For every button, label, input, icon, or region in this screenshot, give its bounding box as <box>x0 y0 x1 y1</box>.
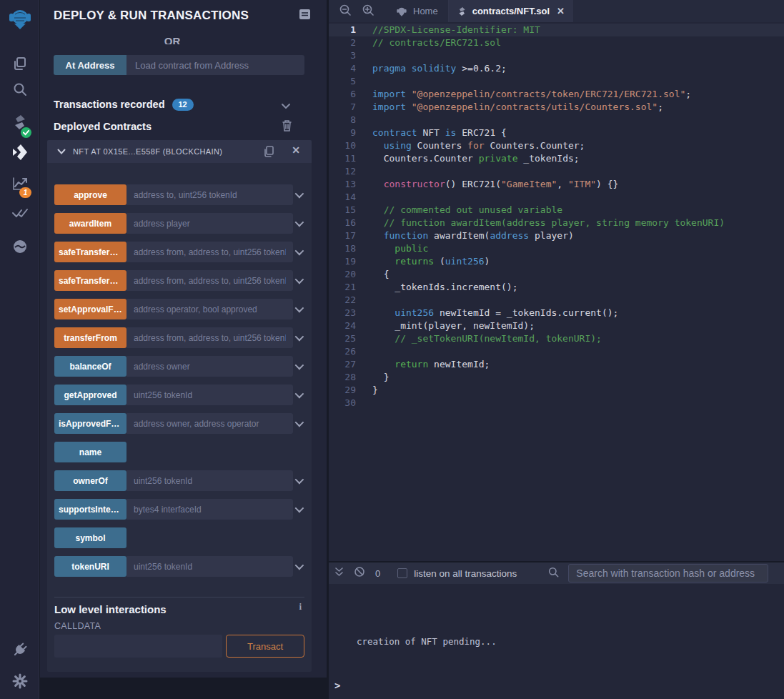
editor-tab-bar: Home contracts/NFT.sol ✕ <box>329 0 784 22</box>
line-number: 9 <box>329 127 364 139</box>
transact-button[interactable]: Transact <box>226 635 304 658</box>
function-button-balanceof[interactable]: balanceOf <box>54 356 126 377</box>
chevron-down-icon[interactable] <box>281 100 291 113</box>
close-tab-icon[interactable]: ✕ <box>557 6 565 16</box>
code-line: 22 <box>329 294 784 307</box>
line-number: 20 <box>329 268 364 281</box>
function-args-input[interactable] <box>126 299 293 319</box>
expand-chevron-icon[interactable] <box>295 504 304 513</box>
trash-icon[interactable] <box>282 119 292 134</box>
function-args-input[interactable] <box>126 327 293 348</box>
line-number: 8 <box>329 114 364 127</box>
expand-chevron-icon[interactable] <box>295 247 304 256</box>
function-button-isapprovedfor[interactable]: isApprovedFor... <box>54 413 126 434</box>
search-icon[interactable] <box>11 80 29 99</box>
expand-chevron-icon[interactable] <box>295 332 304 342</box>
icon-rail: 1 <box>0 0 39 699</box>
code-line: 9contract NFT is ERC721 { <box>329 127 784 139</box>
clear-console-icon[interactable] <box>354 566 365 580</box>
code-editor-content[interactable]: 1//SPDX-License-Identifier: MIT2// contr… <box>329 22 784 561</box>
function-button-awarditem[interactable]: awardItem <box>54 213 126 234</box>
code-line: 24 _mint(player, newItemId); <box>329 319 784 332</box>
remix-logo[interactable] <box>7 6 33 31</box>
expand-chevron-icon[interactable] <box>295 475 304 485</box>
calldata-input[interactable] <box>54 635 222 658</box>
code-line: 1//SPDX-License-Identifier: MIT <box>329 24 784 36</box>
function-row: supportsInterf... <box>54 499 304 520</box>
search-icon[interactable] <box>547 566 560 581</box>
contract-function-list: approveawardItemsafeTransferFr...safeTra… <box>54 184 304 585</box>
line-number: 16 <box>329 217 364 229</box>
plugin-manager-icon[interactable] <box>11 640 29 659</box>
line-number: 15 <box>329 204 364 217</box>
line-number: 13 <box>329 178 364 191</box>
function-args-input[interactable] <box>126 413 293 434</box>
function-button-supportsinterf[interactable]: supportsInterf... <box>54 499 126 520</box>
expand-chevron-icon[interactable] <box>295 361 304 370</box>
function-button-tokenuri[interactable]: tokenURI <box>54 556 126 577</box>
unit-testing-icon[interactable] <box>11 204 29 223</box>
expand-chevron-icon[interactable] <box>295 561 304 570</box>
close-icon[interactable]: ✕ <box>292 144 300 156</box>
function-args-input[interactable] <box>126 385 293 405</box>
code-line: 16 // function awardItem(address player,… <box>329 217 784 229</box>
terminal-search-input[interactable] <box>568 564 768 582</box>
terminal-prompt[interactable]: > <box>334 680 340 691</box>
tab-home[interactable]: Home <box>386 0 448 22</box>
line-number: 5 <box>329 75 364 88</box>
code-line: 18 public <box>329 242 784 255</box>
code-line: 27 return newItemId; <box>329 358 784 371</box>
copy-icon[interactable] <box>263 145 274 161</box>
code-line: 6import "@openzeppelin/contracts/token/E… <box>329 88 784 101</box>
listen-all-transactions-checkbox[interactable] <box>397 568 407 578</box>
function-button-symbol[interactable]: symbol <box>54 527 126 548</box>
expand-chevron-icon[interactable] <box>295 418 304 427</box>
file-explorer-icon[interactable] <box>11 54 29 73</box>
function-button-getapproved[interactable]: getApproved <box>54 385 126 405</box>
function-button-ownerof[interactable]: ownerOf <box>54 470 126 491</box>
function-button-safetransferfr[interactable]: safeTransferFr... <box>54 242 126 262</box>
at-address-button[interactable]: At Address <box>54 55 126 75</box>
function-button-transferfrom[interactable]: transferFrom <box>54 327 126 348</box>
zoom-out-icon[interactable] <box>339 4 352 19</box>
expand-chevron-icon[interactable] <box>295 304 304 313</box>
function-button-name[interactable]: name <box>54 442 126 462</box>
function-row: name <box>54 442 304 462</box>
tab-contracts-nft-sol[interactable]: contracts/NFT.sol ✕ <box>449 0 573 22</box>
function-args-input[interactable] <box>126 356 293 377</box>
remix-ide-window: 1 <box>0 0 784 699</box>
settings-icon[interactable] <box>11 672 29 690</box>
terminal-toolbar: 0 listen on all transactions <box>329 562 784 584</box>
contract-instance-header[interactable]: NFT AT 0X15E...E558F (BLOCKCHAIN) ✕ <box>47 140 312 163</box>
function-button-safetransferfr[interactable]: safeTransferFr... <box>54 270 126 291</box>
function-args-input[interactable] <box>126 499 293 520</box>
code-line: 5 <box>329 75 784 88</box>
tab-label: Home <box>413 6 438 16</box>
expand-chevron-icon[interactable] <box>295 275 304 284</box>
function-args-input[interactable] <box>126 184 293 205</box>
zoom-in-icon[interactable] <box>362 4 374 19</box>
line-number: 25 <box>329 332 364 345</box>
at-address-input[interactable] <box>126 55 304 75</box>
deploy-run-icon[interactable] <box>11 143 29 162</box>
info-icon[interactable]: i <box>299 601 302 613</box>
code-line: 20 { <box>329 268 784 281</box>
function-args-input[interactable] <box>126 242 293 262</box>
function-args-input[interactable] <box>126 470 293 491</box>
function-button-setapprovalfo[interactable]: setApprovalFo... <box>54 299 126 319</box>
function-args-input[interactable] <box>126 213 293 234</box>
expand-chevron-icon[interactable] <box>295 390 304 399</box>
listen-all-transactions-label[interactable]: listen on all transactions <box>414 568 517 579</box>
function-args-input[interactable] <box>126 556 293 577</box>
expand-chevron-icon[interactable] <box>295 218 304 227</box>
sourcify-icon[interactable] <box>11 237 29 256</box>
expand-chevron-icon[interactable] <box>295 189 304 199</box>
documentation-icon[interactable] <box>299 9 311 23</box>
function-args-input[interactable] <box>126 270 293 291</box>
code-line: 19 returns (uint256) <box>329 255 784 268</box>
function-row: isApprovedFor... <box>54 413 304 434</box>
chevron-down-icon[interactable] <box>57 145 66 158</box>
code-line: 14 <box>329 191 784 204</box>
function-button-approve[interactable]: approve <box>54 184 126 205</box>
collapse-terminal-icon[interactable] <box>334 567 344 580</box>
